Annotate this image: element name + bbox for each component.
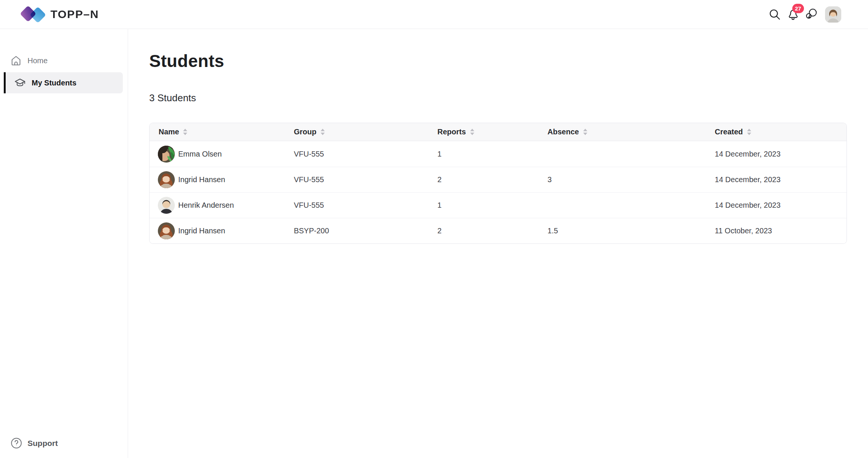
table-row[interactable]: Henrik AndersenVFU-555114 December, 2023 [150, 192, 847, 218]
students-count: 3 Students [149, 92, 847, 104]
sort-arrows-icon [320, 128, 325, 135]
absence-cell: 3 [538, 167, 706, 192]
column-label: Absence [547, 128, 579, 136]
chat-icon [804, 7, 819, 21]
table-header-row: NameGroupReportsAbsenceCreated [150, 123, 847, 141]
sort-arrows-icon [470, 128, 475, 135]
graduation-cap-icon [14, 77, 26, 88]
group-cell: VFU-555 [285, 167, 428, 192]
name-cell: Ingrid Hansen [150, 218, 285, 243]
notifications-button[interactable]: 27 [785, 6, 801, 22]
search-button[interactable] [767, 6, 782, 22]
column-header-absence[interactable]: Absence [538, 123, 706, 141]
created-cell: 14 December, 2023 [706, 167, 847, 192]
student-avatar [158, 146, 175, 163]
sidebar: HomeMy Students Support [0, 29, 128, 458]
column-label: Created [715, 128, 743, 136]
name-cell: Henrik Andersen [150, 193, 285, 218]
question-circle-icon [11, 437, 22, 449]
student-name: Ingrid Hansen [178, 175, 225, 184]
app-logo-icon [21, 4, 45, 24]
sidebar-item-home[interactable]: Home [0, 52, 128, 69]
header-actions: 27 [767, 6, 841, 23]
table-row[interactable]: Emma OlsenVFU-555114 December, 2023 [150, 141, 847, 167]
student-name: Henrik Andersen [178, 201, 234, 210]
group-cell: BSYP-200 [285, 218, 428, 243]
support-label: Support [28, 439, 58, 448]
reports-cell: 2 [428, 218, 538, 243]
sidebar-item-my-students[interactable]: My Students [4, 72, 123, 93]
reports-cell: 1 [428, 141, 538, 167]
home-icon [11, 55, 21, 66]
column-header-group[interactable]: Group [285, 123, 428, 141]
column-header-reports[interactable]: Reports [428, 123, 538, 141]
group-cell: VFU-555 [285, 193, 428, 218]
support-link[interactable]: Support [11, 437, 58, 449]
sidebar-nav: HomeMy Students [0, 52, 128, 93]
table-row[interactable]: Ingrid HansenVFU-5552314 December, 2023 [150, 167, 847, 192]
logo-diamond-blue [30, 7, 46, 23]
table-body: Emma OlsenVFU-555114 December, 2023Ingri… [150, 141, 847, 243]
student-avatar [158, 197, 175, 214]
absence-cell [538, 141, 706, 167]
student-name: Ingrid Hansen [178, 227, 225, 235]
messages-button[interactable] [804, 6, 819, 22]
main-content: Students 3 Students NameGroupReportsAbse… [128, 29, 868, 244]
name-cell: Emma Olsen [150, 141, 285, 167]
search-icon [768, 8, 782, 21]
created-cell: 14 December, 2023 [706, 193, 847, 218]
column-label: Reports [437, 128, 466, 136]
brand-logo[interactable]: TOPP–N [21, 4, 99, 24]
brand-name: TOPP–N [50, 8, 99, 21]
column-label: Group [294, 128, 316, 136]
group-cell: VFU-555 [285, 141, 428, 167]
student-avatar [158, 171, 175, 188]
absence-cell: 1.5 [538, 218, 706, 243]
students-table: NameGroupReportsAbsenceCreated Emma Olse… [149, 123, 847, 244]
reports-cell: 2 [428, 167, 538, 192]
column-header-created[interactable]: Created [706, 123, 847, 141]
reports-cell: 1 [428, 193, 538, 218]
app-header: TOPP–N 27 [0, 0, 868, 29]
column-label: Name [159, 128, 179, 136]
created-cell: 14 December, 2023 [706, 141, 847, 167]
column-header-name[interactable]: Name [150, 123, 285, 141]
sort-arrows-icon [183, 128, 188, 135]
student-name: Emma Olsen [178, 150, 222, 158]
name-cell: Ingrid Hansen [150, 167, 285, 192]
sort-arrows-icon [583, 128, 588, 135]
created-cell: 11 October, 2023 [706, 218, 847, 243]
sidebar-item-label: Home [28, 56, 47, 65]
notification-count-badge: 27 [792, 4, 804, 13]
sort-arrows-icon [747, 128, 752, 135]
sidebar-item-label: My Students [32, 79, 76, 87]
page-title: Students [149, 51, 847, 71]
absence-cell [538, 193, 706, 218]
table-row[interactable]: Ingrid HansenBSYP-20021.511 October, 202… [150, 218, 847, 243]
user-avatar[interactable] [825, 6, 841, 23]
student-avatar [158, 222, 175, 239]
